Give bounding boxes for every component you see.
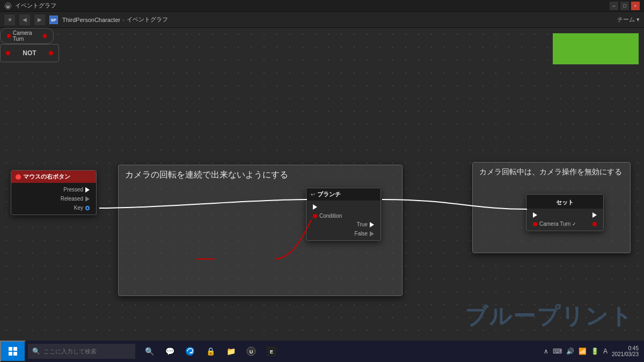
minimize-button[interactable]: – (610, 2, 618, 10)
tray-keyboard[interactable]: ⌨ (553, 348, 562, 355)
set-body: Camera Turn ✓ (526, 209, 603, 231)
svg-text:E: E (270, 349, 273, 354)
branch-icon: ↩ (311, 191, 315, 197)
pressed-label: Pressed (63, 187, 83, 193)
released-exec-pin (85, 196, 90, 202)
released-label: Released (61, 196, 83, 202)
branch-header: ↩ ブランチ (306, 188, 380, 201)
star-button[interactable]: ★ (4, 14, 15, 25)
key-pin[interactable]: Key (11, 203, 96, 212)
branch-true-pin[interactable]: True (306, 220, 380, 229)
close-button[interactable]: × (631, 2, 640, 10)
node-icon-mouse (16, 174, 21, 180)
taskbar-search[interactable]: 🔍 (28, 344, 135, 359)
time-display: 0:45 (612, 345, 639, 351)
pressed-exec-pin (85, 187, 90, 193)
branch-true-exec (370, 222, 374, 227)
node-header-mouse: マウスの右ボタン (11, 171, 96, 183)
taskbar-app-edge[interactable] (180, 342, 200, 361)
taskbar-apps: 🔍 💬 🔒 📁 U E (140, 342, 281, 361)
taskbar-app-ue[interactable]: U (241, 342, 261, 361)
branch-exec-in-pin[interactable] (306, 203, 380, 211)
window-title: イベントグラフ (15, 2, 56, 10)
branch-condition-pin[interactable]: Condition (306, 211, 380, 220)
mouse-node-body: Pressed Released Key (11, 183, 96, 215)
set-exec-in (533, 212, 537, 218)
taskbar-app-security[interactable]: 🔒 (201, 342, 220, 361)
breadcrumb-sep: › (122, 17, 125, 23)
tray-ime[interactable]: A (603, 348, 608, 355)
title-bar-left: U イベントグラフ (4, 2, 56, 10)
tray-battery[interactable]: 🔋 (591, 348, 599, 355)
branch-node[interactable]: ↩ ブランチ Condition True False (306, 188, 381, 241)
ue-icon: U (4, 2, 12, 10)
comment-main-title: カメラの回転を連続で出来ないようにする (119, 165, 402, 185)
set-checkbox[interactable]: ✓ (572, 221, 576, 227)
not-node[interactable]: NOT (0, 44, 59, 62)
camera-turn-left-pin (7, 34, 11, 38)
taskbar: 🔍 🔍 💬 🔒 📁 U E ∧ ⌨ 🔊 📶 🔋 A 0:45 2021/03/2… (0, 341, 644, 362)
taskbar-app-search[interactable]: 🔍 (140, 342, 159, 361)
set-exec-out (592, 212, 597, 218)
not-input-pin (6, 51, 10, 55)
tray-volume[interactable]: 🔊 (566, 348, 574, 355)
taskbar-app-epic[interactable]: E (262, 342, 281, 361)
tray-caret[interactable]: ∧ (544, 348, 548, 355)
branch-false-exec (370, 231, 374, 237)
breadcrumb-current: イベントグラフ (127, 16, 168, 24)
branch-condition-label: Condition (319, 213, 342, 219)
branch-false-pin[interactable]: False (306, 229, 380, 238)
branch-exec-in (313, 204, 317, 210)
set-camera-turn-pin[interactable]: Camera Turn ✓ (526, 219, 603, 228)
key-label: Key (74, 205, 83, 211)
not-output-pin (49, 51, 53, 55)
breadcrumb-icon: BP (49, 16, 58, 24)
forward-button[interactable]: ▶ (34, 14, 45, 25)
set-camera-label: Camera Turn (539, 221, 570, 227)
search-input[interactable] (43, 348, 131, 354)
camera-turn-node[interactable]: Camera Turn (0, 28, 54, 44)
tray-network[interactable]: 📶 (579, 348, 587, 355)
svg-rect-4 (9, 347, 12, 351)
svg-text:U: U (6, 4, 10, 9)
camera-turn-label: Camera Turn (13, 30, 41, 42)
mouse-node-title: マウスの右ボタン (23, 173, 70, 181)
set-exec-in-pin[interactable] (526, 211, 603, 219)
blueprint-canvas[interactable]: ブループリント カメラの回転を連続で出来ないようにする カメラ回転中は、カメラ操… (0, 28, 644, 348)
set-header: セット (526, 195, 603, 209)
title-bar-controls: – □ × (610, 2, 640, 10)
maximize-button[interactable]: □ (620, 2, 629, 10)
comment-right-title: カメラ回転中は、カメラ操作を無効にする (473, 162, 630, 182)
set-node[interactable]: セット Camera Turn ✓ (526, 194, 604, 231)
set-title: セット (556, 199, 574, 205)
svg-rect-7 (13, 352, 17, 356)
branch-title: ブランチ (317, 190, 341, 198)
released-pin[interactable]: Released (11, 194, 96, 203)
breadcrumb-team[interactable]: チーム ▾ (617, 16, 640, 24)
set-camera-out-pin (592, 222, 597, 226)
branch-body: Condition True False (306, 201, 380, 240)
svg-text:U: U (250, 349, 253, 354)
search-icon: 🔍 (32, 348, 40, 355)
svg-text:BP: BP (51, 18, 56, 22)
svg-rect-5 (13, 347, 17, 351)
set-camera-pin-dot (533, 222, 537, 226)
breadcrumb: BP ThirdPersonCharacter › イベントグラフ (49, 16, 168, 24)
breadcrumb-bar: ★ ◀ ▶ BP ThirdPersonCharacter › イベントグラフ … (0, 12, 644, 28)
taskbar-time[interactable]: 0:45 2021/03/23 (612, 345, 639, 357)
camera-turn-right-pin (43, 34, 47, 38)
start-button[interactable] (0, 341, 26, 362)
taskbar-right: ∧ ⌨ 🔊 📶 🔋 A 0:45 2021/03/23 (544, 345, 644, 357)
pressed-pin[interactable]: Pressed (11, 185, 96, 194)
taskbar-app-cortana[interactable]: 💬 (160, 342, 179, 361)
title-bar: U イベントグラフ – □ × (0, 0, 644, 12)
date-display: 2021/03/23 (612, 351, 639, 357)
breadcrumb-path: ThirdPersonCharacter (62, 17, 120, 23)
not-label: NOT (23, 49, 36, 57)
taskbar-app-explorer[interactable]: 📁 (221, 342, 240, 361)
branch-condition-dot (313, 214, 317, 218)
back-button[interactable]: ◀ (19, 14, 30, 25)
green-annotation-rect (553, 33, 639, 64)
false-label: False (355, 231, 368, 237)
mouse-right-button-node[interactable]: マウスの右ボタン Pressed Released Key (11, 170, 97, 215)
